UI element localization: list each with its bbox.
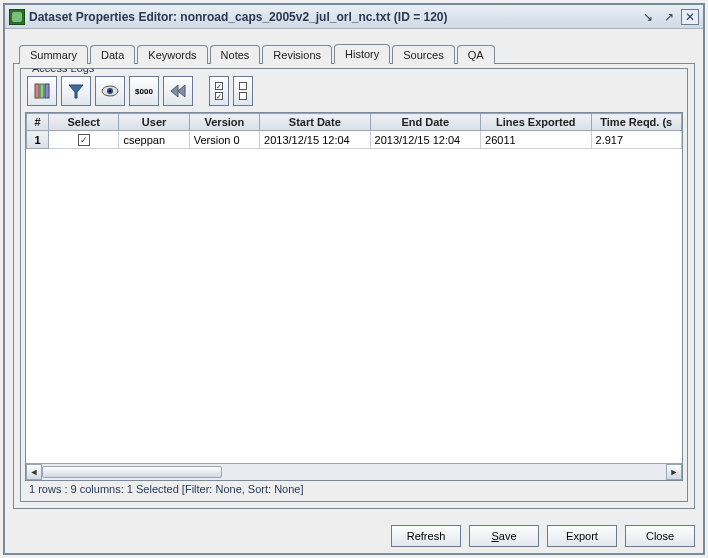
titlebar: Dataset Properties Editor: nonroad_caps_…	[5, 5, 703, 29]
tab-sources[interactable]: Sources	[392, 45, 454, 64]
deselect-all-icon	[239, 82, 247, 100]
svg-rect-0	[35, 84, 39, 98]
svg-rect-1	[40, 84, 44, 98]
columns-button[interactable]	[27, 76, 57, 106]
table-header-row: # Select User Version Start Date End Dat…	[27, 114, 682, 131]
footer-buttons: Refresh Save Export Close	[5, 517, 703, 553]
tab-data[interactable]: Data	[90, 45, 135, 64]
scroll-right-icon[interactable]: ►	[666, 464, 682, 480]
tab-history[interactable]: History	[334, 44, 390, 64]
format-button[interactable]: $000	[129, 76, 159, 106]
cell-user: cseppan	[119, 131, 189, 149]
view-button[interactable]	[95, 76, 125, 106]
cell-version: Version 0	[189, 131, 259, 149]
col-header-select[interactable]: Select	[49, 114, 119, 131]
rewind-icon	[169, 82, 187, 100]
minimize-internal-icon[interactable]: ↘	[639, 9, 657, 25]
table-container: # Select User Version Start Date End Dat…	[25, 112, 683, 481]
cell-start-date: 2013/12/15 12:04	[260, 131, 371, 149]
deselect-all-button[interactable]	[233, 76, 253, 106]
tab-revisions[interactable]: Revisions	[262, 45, 332, 64]
horizontal-scrollbar[interactable]: ◄ ►	[26, 463, 682, 480]
col-header-user[interactable]: User	[119, 114, 189, 131]
svg-point-6	[109, 90, 111, 92]
content-area: Summary Data Keywords Notes Revisions Hi…	[5, 29, 703, 517]
cell-end-date: 2013/12/15 12:04	[370, 131, 481, 149]
col-header-num[interactable]: #	[27, 114, 49, 131]
tabs: Summary Data Keywords Notes Revisions Hi…	[13, 43, 695, 63]
table-scroll: # Select User Version Start Date End Dat…	[26, 113, 682, 463]
scroll-thumb[interactable]	[42, 466, 222, 478]
columns-icon	[33, 82, 51, 100]
export-button[interactable]: Export	[547, 525, 617, 547]
cell-rownum: 1	[27, 131, 49, 149]
svg-marker-3	[69, 85, 83, 98]
cell-time-reqd: 2.917	[591, 131, 681, 149]
cell-lines-exported: 26011	[481, 131, 592, 149]
tab-keywords[interactable]: Keywords	[137, 45, 207, 64]
scroll-left-icon[interactable]: ◄	[26, 464, 42, 480]
window: Dataset Properties Editor: nonroad_caps_…	[3, 3, 705, 555]
funnel-icon	[67, 82, 85, 100]
app-icon	[9, 9, 25, 25]
tab-notes[interactable]: Notes	[210, 45, 261, 64]
status-bar: 1 rows : 9 columns: 1 Selected [Filter: …	[25, 481, 683, 497]
col-header-version[interactable]: Version	[189, 114, 259, 131]
access-logs-fieldset: Access Logs $000	[20, 68, 688, 502]
tab-summary[interactable]: Summary	[19, 45, 88, 64]
col-header-end-date[interactable]: End Date	[370, 114, 481, 131]
row-checkbox[interactable]: ✓	[78, 134, 90, 146]
svg-marker-8	[178, 85, 185, 97]
select-all-button[interactable]: ✓✓	[209, 76, 229, 106]
table-row[interactable]: 1 ✓ cseppan Version 0 2013/12/15 12:04 2…	[27, 131, 682, 149]
window-title: Dataset Properties Editor: nonroad_caps_…	[29, 10, 636, 24]
svg-rect-2	[45, 84, 49, 98]
cell-select[interactable]: ✓	[49, 131, 119, 149]
save-button[interactable]: Save	[469, 525, 539, 547]
maximize-internal-icon[interactable]: ↗	[660, 9, 678, 25]
access-log-table: # Select User Version Start Date End Dat…	[26, 113, 682, 149]
first-page-button[interactable]	[163, 76, 193, 106]
tab-qa[interactable]: QA	[457, 45, 495, 64]
close-internal-icon[interactable]: ✕	[681, 9, 699, 25]
col-header-start-date[interactable]: Start Date	[260, 114, 371, 131]
toolbar: $000 ✓✓	[25, 74, 683, 112]
svg-marker-7	[171, 85, 178, 97]
tab-panel: Access Logs $000	[13, 63, 695, 509]
refresh-button[interactable]: Refresh	[391, 525, 461, 547]
close-button[interactable]: Close	[625, 525, 695, 547]
col-header-lines-exported[interactable]: Lines Exported	[481, 114, 592, 131]
col-header-time-reqd[interactable]: Time Reqd. (s	[591, 114, 681, 131]
select-all-icon: ✓✓	[215, 82, 223, 100]
filter-button[interactable]	[61, 76, 91, 106]
eye-icon	[101, 82, 119, 100]
